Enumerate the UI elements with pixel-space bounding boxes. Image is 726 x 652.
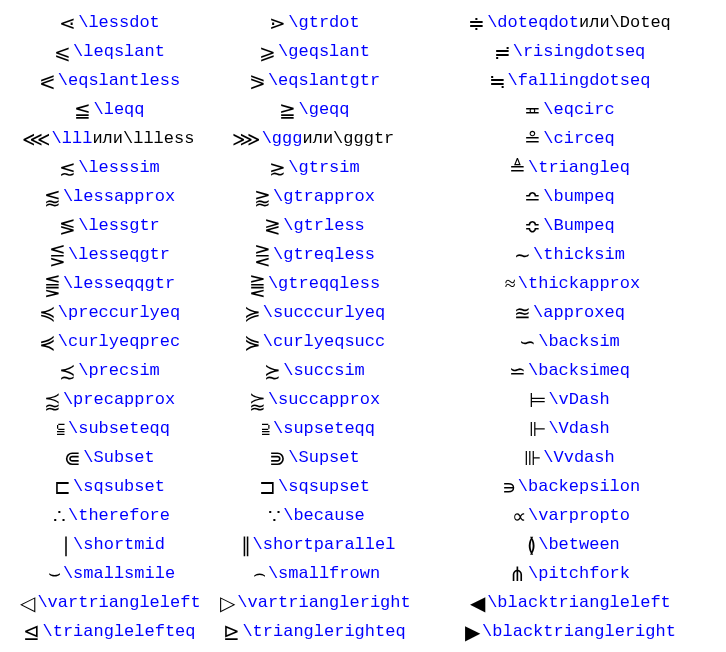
- table-row: ⪋\lesseqqgtr⪌\gtreqqless≈\thickapprox: [8, 269, 718, 298]
- latex-command: \blacktriangleleft: [487, 593, 671, 612]
- symbol-glyph: ⊪: [521, 446, 541, 470]
- symbol-cell: ∥\shortparallel: [208, 533, 418, 557]
- symbol-glyph: ≬: [516, 533, 536, 557]
- table-row: ∴\therefore∵\because∝\varpropto: [8, 501, 718, 530]
- symbol-glyph: ⌢: [246, 562, 266, 585]
- symbol-glyph: ⋛: [251, 243, 271, 267]
- symbol-cell: ∣\shortmid: [8, 533, 208, 557]
- table-row: ⩽\leqslant⩾\geqslant≓\risingdotseq: [8, 37, 718, 66]
- plain-text: или: [302, 129, 333, 148]
- symbol-cell: ⩽\leqslant: [8, 40, 208, 64]
- symbol-cell: ≦\leqq: [8, 98, 208, 122]
- symbol-cell: ∝\varpropto: [418, 504, 718, 528]
- symbol-cell: ≾\precsim: [8, 359, 208, 383]
- table-row: ⋞\curlyeqprec⋟\curlyeqsucc∽\backsim: [8, 327, 718, 356]
- symbol-glyph: ⌣: [41, 562, 61, 585]
- symbol-cell: ≈\thickapprox: [418, 272, 718, 295]
- symbol-glyph: ⪷: [41, 388, 61, 412]
- symbol-cell: ⊨\vDash: [418, 388, 718, 412]
- symbol-cell: ⪋\lesseqqgtr: [8, 272, 208, 296]
- latex-command: \blacktriangleright: [482, 622, 676, 641]
- symbol-cell: ⋚\lesseqgtr: [8, 243, 208, 267]
- symbol-glyph: ≷: [261, 214, 281, 238]
- symbol-glyph: ⊴: [20, 620, 40, 644]
- latex-command: \leqq: [93, 100, 144, 119]
- symbol-cell: ⋞\curlyeqprec: [8, 330, 208, 354]
- latex-command: \trianglelefteq: [42, 622, 195, 641]
- table-row: ⪅\lessapprox⪆\gtrapprox≏\bumpeq: [8, 182, 718, 211]
- symbol-glyph: ⫆: [251, 417, 271, 440]
- symbol-cell: ⊏\sqsubset: [8, 475, 208, 499]
- latex-command: \precsim: [78, 361, 160, 380]
- latex-command: \between: [538, 535, 620, 554]
- latex-command: \lll: [52, 129, 93, 148]
- symbol-glyph: ≲: [56, 156, 76, 180]
- table-row: ≦\leqq≧\geqq≖\eqcirc: [8, 95, 718, 124]
- table-row: ∣\shortmid∥\shortparallel≬\between: [8, 530, 718, 559]
- symbol-glyph: ≊: [511, 301, 531, 325]
- symbol-glyph: ∼: [511, 243, 531, 267]
- symbol-glyph: ≽: [241, 301, 261, 325]
- latex-command: \geqslant: [278, 42, 370, 61]
- latex-command: \vartriangleright: [237, 593, 410, 612]
- symbol-glyph: ⊐: [256, 475, 276, 499]
- table-row: ⊴\trianglelefteq⊵\trianglerighteq▶\black…: [8, 617, 718, 646]
- symbol-glyph: ≿: [261, 359, 281, 383]
- symbol-glyph: ▷: [215, 591, 235, 615]
- symbol-cell: ∍\backepsilon: [418, 475, 718, 499]
- symbol-glyph: ⋔: [506, 562, 526, 586]
- symbol-cell: ≊\approxeq: [418, 301, 718, 325]
- symbol-cell: ≖\eqcirc: [418, 98, 718, 122]
- symbol-cell: ⪅\lessapprox: [8, 185, 208, 209]
- latex-command: \backsim: [538, 332, 620, 351]
- symbol-cell: ⋘\lll или \llless: [8, 127, 208, 151]
- symbol-glyph: ≓: [491, 40, 511, 64]
- symbol-glyph: ≖: [521, 98, 541, 122]
- symbol-cell: ▶\blacktriangleright: [418, 620, 718, 644]
- symbol-cell: ≳\gtrsim: [208, 156, 418, 180]
- symbol-glyph: ⪌: [246, 272, 266, 296]
- symbol-glyph: ⊏: [51, 475, 71, 499]
- latex-command: \preccurlyeq: [58, 303, 180, 322]
- symbol-glyph: ≗: [521, 127, 541, 151]
- symbol-glyph: ▶: [460, 620, 480, 644]
- latex-symbol-table: ⋖\lessdot⋗\gtrdot≑\doteqdot или \Doteq⩽\…: [8, 8, 718, 646]
- latex-command: \smallfrown: [268, 564, 380, 583]
- latex-command: \vartriangleleft: [37, 593, 200, 612]
- latex-command: \eqslantgtr: [268, 71, 380, 90]
- latex-command: \succapprox: [268, 390, 380, 409]
- symbol-cell: ▷\vartriangleright: [208, 591, 418, 615]
- symbol-glyph: ⪖: [246, 69, 266, 93]
- symbol-glyph: ⋙: [232, 127, 260, 151]
- latex-command: \geqq: [298, 100, 349, 119]
- latex-command: \risingdotseq: [513, 42, 646, 61]
- table-row: ⋐\Subset⋑\Supset⊪\Vvdash: [8, 443, 718, 472]
- symbol-glyph: ∣: [51, 533, 71, 557]
- table-row: ≾\precsim≿\succsim⋍\backsimeq: [8, 356, 718, 385]
- symbol-glyph: ∥: [231, 533, 251, 557]
- symbol-glyph: ⩾: [256, 40, 276, 64]
- symbol-glyph: ≜: [506, 156, 526, 180]
- table-row: ⪕\eqslantless⪖\eqslantgtr≒\fallingdotseq: [8, 66, 718, 95]
- symbol-cell: ⋟\curlyeqsucc: [208, 330, 418, 354]
- symbol-cell: ⋍\backsimeq: [418, 359, 718, 383]
- table-row: ◁\vartriangleleft▷\vartriangleright◀\bla…: [8, 588, 718, 617]
- symbol-cell: ⪷\precapprox: [8, 388, 208, 412]
- symbol-cell: ⌢\smallfrown: [208, 562, 418, 585]
- symbol-glyph: ≒: [486, 69, 506, 93]
- latex-command: \Vdash: [548, 419, 609, 438]
- symbol-glyph: ∽: [516, 330, 536, 354]
- symbol-cell: ⋗\gtrdot: [208, 11, 418, 35]
- symbol-glyph: ⩽: [51, 40, 71, 64]
- table-row: ≶\lessgtr≷\gtrless≎\Bumpeq: [8, 211, 718, 240]
- symbol-glyph: ⪋: [41, 272, 61, 296]
- symbol-cell: ⊩\Vdash: [418, 417, 718, 441]
- symbol-cell: ∴\therefore: [8, 504, 208, 528]
- plain-text: \gggtr: [333, 129, 394, 148]
- symbol-glyph: ∍: [496, 475, 516, 499]
- latex-command: \shortmid: [73, 535, 165, 554]
- latex-command: \gtrless: [283, 216, 365, 235]
- symbol-cell: ⋖\lessdot: [8, 11, 208, 35]
- latex-command: \varpropto: [528, 506, 630, 525]
- symbol-glyph: ⊵: [220, 620, 240, 644]
